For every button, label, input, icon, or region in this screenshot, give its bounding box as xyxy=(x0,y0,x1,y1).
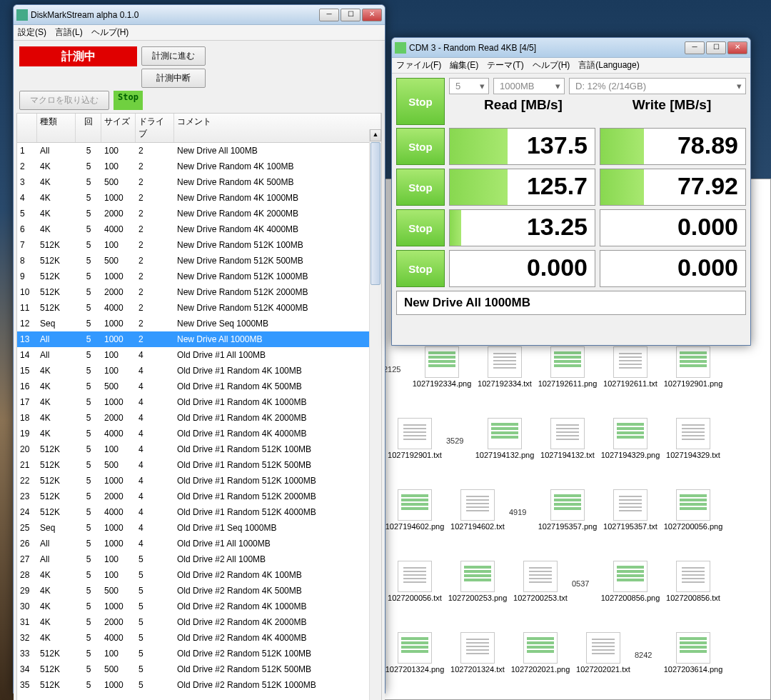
table-row[interactable]: 21512K55004Old Drive #1 Random 512K 500M… xyxy=(17,457,381,473)
cdm-stop-button-2[interactable]: Stop xyxy=(396,209,445,246)
cdm-menu-file[interactable]: ファイル(F) xyxy=(396,59,441,71)
table-row[interactable]: 9512K510002New Drive Random 512K 1000MB xyxy=(17,269,381,284)
cdm-stop-button-3[interactable]: Stop xyxy=(396,250,445,287)
table-row[interactable]: 25Seq510004Old Drive #1 Seq 1000MB xyxy=(17,520,381,536)
table-row[interactable]: 11512K540002New Drive Random 512K 4000MB xyxy=(17,300,381,316)
table-row[interactable]: 164K55004Old Drive #1 Random 4K 500MB xyxy=(17,379,381,394)
file-item[interactable]: 1027194132.png xyxy=(473,415,536,486)
file-item[interactable]: 1027200856.txt xyxy=(662,558,725,629)
size-dropdown[interactable]: 1000MB xyxy=(493,78,565,94)
table-row[interactable]: 314K520005Old Drive #2 Random 4K 2000MB xyxy=(17,614,381,630)
table-row[interactable]: 284K51005Old Drive #2 Random 4K 100MB xyxy=(17,567,381,583)
proceed-button[interactable]: 計測に進む xyxy=(141,46,206,66)
table-row[interactable]: 184K520004Old Drive #1 Random 4K 2000MB xyxy=(17,410,381,426)
abort-button[interactable]: 計測中断 xyxy=(141,69,206,88)
menu-settings[interactable]: 設定(S) xyxy=(18,26,46,39)
table-row[interactable]: 14All51004Old Drive #1 All 100MB xyxy=(17,347,381,363)
cdm-stop-button-1[interactable]: Stop xyxy=(396,169,445,206)
file-item[interactable]: 1027192611.png xyxy=(536,344,599,415)
table-row[interactable]: 26All510004Old Drive #1 All 1000MB xyxy=(17,536,381,551)
col-comment[interactable]: コメント xyxy=(174,114,381,142)
file-item[interactable]: 1027192901.png xyxy=(662,344,725,415)
table-row[interactable]: 24K51002New Drive Random 4K 100MB xyxy=(17,159,381,174)
table-row[interactable]: 24512K540004Old Drive #1 Random 512K 400… xyxy=(17,504,381,520)
table-row[interactable]: 294K55005Old Drive #2 Random 4K 500MB xyxy=(17,583,381,599)
maximize-button[interactable]: ☐ xyxy=(341,9,361,21)
menu-language[interactable]: 言語(L) xyxy=(55,26,83,39)
file-item[interactable]: 1027194329.png xyxy=(599,415,662,486)
menu-help[interactable]: ヘルプ(H) xyxy=(91,26,129,39)
cdm-minimize-button[interactable]: ─ xyxy=(685,41,705,54)
file-item[interactable]: 1027194602.txt xyxy=(446,486,509,558)
table-row[interactable]: 34512K55005Old Drive #2 Random 512K 500M… xyxy=(17,661,381,677)
file-item[interactable]: 1027203614.png xyxy=(662,629,725,700)
table-row[interactable]: 44K510002New Drive Random 4K 1000MB xyxy=(17,190,381,206)
cdm-all-stop-button[interactable]: Stop xyxy=(396,78,445,125)
cdm-menu-theme[interactable]: テーマ(T) xyxy=(487,59,523,71)
table-row[interactable]: 23512K520004Old Drive #1 Random 512K 200… xyxy=(17,489,381,504)
file-item[interactable]: 1027200253.png xyxy=(446,558,509,629)
file-item[interactable]: 1027200056.txt xyxy=(383,558,446,629)
table-row[interactable]: 304K510005Old Drive #2 Random 4K 1000MB xyxy=(17,599,381,614)
file-item[interactable]: 1027195357.txt xyxy=(599,486,662,558)
table-row[interactable]: 154K51004Old Drive #1 Random 4K 100MB xyxy=(17,363,381,379)
table-row[interactable]: 34K55002New Drive Random 4K 500MB xyxy=(17,174,381,190)
dms-titlebar[interactable]: DiskMarkStream alpha 0.1.0 ─ ☐ ✕ xyxy=(14,5,385,25)
col-count[interactable]: 回 xyxy=(76,114,101,142)
file-item[interactable]: 1027192901.txt xyxy=(383,415,446,486)
table-row[interactable]: 33512K51005Old Drive #2 Random 512K 100M… xyxy=(17,646,381,661)
table-row[interactable]: 8512K55002New Drive Random 512K 500MB xyxy=(17,253,381,269)
table-row[interactable]: 174K510004Old Drive #1 Random 4K 1000MB xyxy=(17,394,381,410)
col-size[interactable]: サイズ xyxy=(101,114,136,142)
cdm-close-button[interactable]: ✕ xyxy=(727,41,747,54)
table-row[interactable]: 1All51002New Drive All 100MB xyxy=(17,143,381,159)
minimize-button[interactable]: ─ xyxy=(319,9,339,21)
table-row[interactable]: 64K540002New Drive Random 4K 4000MB xyxy=(17,221,381,237)
file-item[interactable]: 1027192334.txt xyxy=(473,344,536,415)
scroll-thumb[interactable] xyxy=(371,142,381,285)
drive-dropdown[interactable]: D: 12% (2/14GB) xyxy=(569,78,746,94)
table-row[interactable]: 27All51005Old Drive #2 All 100MB xyxy=(17,551,381,567)
table-row[interactable]: 54K520002New Drive Random 4K 2000MB xyxy=(17,206,381,221)
file-item[interactable]: 1027192334.png xyxy=(410,344,473,415)
file-item[interactable]: 1027202021.txt xyxy=(572,629,635,700)
file-item[interactable]: 1027194132.txt xyxy=(536,415,599,486)
cdm-maximize-button[interactable]: ☐ xyxy=(706,41,726,54)
table-row[interactable]: 20512K51004Old Drive #1 Random 512K 100M… xyxy=(17,441,381,457)
table-row[interactable]: 324K540005Old Drive #2 Random 4K 4000MB xyxy=(17,630,381,646)
table-row[interactable]: 22512K510004Old Drive #1 Random 512K 100… xyxy=(17,473,381,489)
file-item[interactable]: 1027195357.png xyxy=(536,486,599,558)
file-item[interactable]: 1027200856.png xyxy=(599,558,662,629)
app-icon xyxy=(16,9,28,21)
table-row[interactable]: 12Seq510002New Drive Seq 1000MB xyxy=(17,316,381,331)
load-macro-button[interactable]: マクロを取り込む xyxy=(19,91,109,110)
count-dropdown[interactable]: 5 xyxy=(449,78,489,94)
cdm-menu-help[interactable]: ヘルプ(H) xyxy=(533,59,570,71)
cdm-title: CDM 3 - Random Read 4KB [4/5] xyxy=(409,43,683,53)
col-type[interactable]: 種類 xyxy=(37,114,76,142)
cdm-titlebar[interactable]: CDM 3 - Random Read 4KB [4/5] ─ ☐ ✕ xyxy=(392,38,750,58)
table-row[interactable]: 7512K51002New Drive Random 512K 100MB xyxy=(17,237,381,253)
col-drive[interactable]: ドライブ xyxy=(136,114,174,142)
cdm-menu-edit[interactable]: 編集(E) xyxy=(450,59,478,71)
table-row[interactable]: 10512K520002New Drive Random 512K 2000MB xyxy=(17,284,381,300)
file-item[interactable]: 1027194602.png xyxy=(383,486,446,558)
file-item[interactable]: 1027202021.png xyxy=(509,629,572,700)
file-item[interactable]: 1027192611.txt xyxy=(599,344,662,415)
cdm-menu-lang[interactable]: 言語(Language) xyxy=(578,59,639,71)
close-button[interactable]: ✕ xyxy=(362,9,382,21)
scroll-up-icon[interactable]: ▲ xyxy=(370,129,381,141)
file-item[interactable]: 1027194329.txt xyxy=(662,415,725,486)
file-item[interactable]: 1027200056.png xyxy=(662,486,725,558)
read-value-2: 13.25 xyxy=(449,209,595,246)
table-row[interactable]: 35512K510005Old Drive #2 Random 512K 100… xyxy=(17,677,381,693)
file-item[interactable]: 1027200253.txt xyxy=(509,558,572,629)
file-item[interactable]: 1027201324.png xyxy=(383,629,446,700)
table-row[interactable]: 194K540004Old Drive #1 Random 4K 4000MB xyxy=(17,426,381,441)
cdm-stop-button-0[interactable]: Stop xyxy=(396,128,445,165)
txt-file-icon xyxy=(550,418,585,449)
file-name: 1027203614.png xyxy=(663,665,723,674)
vertical-scrollbar[interactable]: ▲ ▼ xyxy=(369,129,381,700)
file-item[interactable]: 1027201324.txt xyxy=(446,629,509,700)
table-row[interactable]: 13All510002New Drive All 1000MB xyxy=(17,331,381,347)
